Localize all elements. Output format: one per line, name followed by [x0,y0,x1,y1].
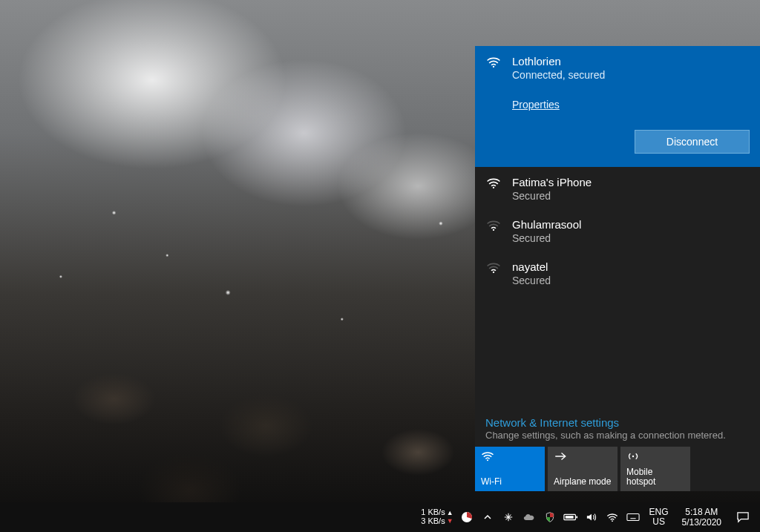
arrow-down-icon: ▼ [447,518,453,525]
arrow-up-icon: ▲ [447,510,453,516]
battery-tray-icon[interactable] [562,502,580,532]
network-status: Secured [512,190,750,202]
network-name: Lothlorien [512,55,750,68]
security-tray-icon[interactable] [541,502,559,532]
action-center-button[interactable] [730,502,756,532]
network-speed-indicator: 1 KB/s▲ 3 KB/s▼ [421,508,454,525]
wifi-icon [485,260,502,286]
wifi-icon [485,55,502,111]
svg-point-10 [612,520,613,522]
hotspot-icon [626,451,684,463]
network-item[interactable]: Fatima's iPhone Secured [475,167,760,209]
language-indicator[interactable]: ENG US [645,508,673,527]
disconnect-button[interactable]: Disconnect [635,130,750,154]
svg-point-1 [493,187,494,188]
svg-rect-8 [576,516,577,519]
svg-rect-9 [565,516,573,519]
network-status: Connected, secured [512,69,750,81]
network-status: Secured [512,232,750,244]
taskbar: 1 KB/s▲ 3 KB/s▼ [0,502,760,532]
volume-tray-icon[interactable] [583,502,600,532]
network-settings-link[interactable]: Network & Internet settings Change setti… [475,410,760,447]
settings-link-title: Network & Internet settings [485,416,750,429]
airplane-mode-toggle-tile[interactable]: Airplane mode [548,447,618,491]
keyboard-tray-icon[interactable] [624,502,642,532]
settings-link-subtitle: Change settings, such as making a connec… [485,430,750,441]
network-name: Ghulamrasool [512,218,750,231]
app-tray-icon[interactable] [499,502,517,532]
download-speed: 3 KB/s [421,517,445,526]
hotspot-toggle-tile[interactable]: Mobile hotspot [620,447,690,491]
network-flyout: Lothlorien Connected, secured Properties… [475,46,760,491]
svg-point-4 [487,459,488,461]
network-status: Secured [512,275,750,286]
properties-link[interactable]: Properties [512,99,750,111]
tray-overflow-button[interactable] [479,502,497,532]
language-secondary: US [652,517,665,527]
network-name: Fatima's iPhone [512,176,750,188]
available-networks-list: Fatima's iPhone Secured Ghulamrasool Sec… [475,167,760,410]
wifi-icon [485,176,502,202]
network-item-connected[interactable]: Lothlorien Connected, secured Properties… [475,46,760,167]
onedrive-tray-icon[interactable] [520,502,538,532]
svg-point-0 [493,66,494,68]
airplane-icon [554,451,612,463]
network-name: nayatel [512,260,750,273]
tile-label: Mobile hotspot [626,467,684,487]
data-usage-tray-icon[interactable] [458,502,476,532]
clock-date: 5/13/2020 [682,517,721,528]
taskbar-clock[interactable]: 5:18 AM 5/13/2020 [676,507,727,528]
clock-time: 5:18 AM [685,507,718,517]
wifi-tray-icon[interactable] [603,502,621,532]
tile-label: Wi-Fi [481,477,539,487]
wifi-toggle-tile[interactable]: Wi-Fi [475,447,545,491]
wifi-icon [481,451,539,463]
tile-label: Airplane mode [554,477,612,487]
svg-point-2 [493,229,494,231]
svg-point-3 [493,272,494,273]
svg-rect-11 [626,514,638,521]
wifi-icon [485,218,502,244]
svg-point-5 [632,456,634,457]
network-item[interactable]: Ghulamrasool Secured [475,209,760,252]
network-item[interactable]: nayatel Secured [475,252,760,294]
quick-toggles: Wi-Fi Airplane mode Mobile hotspot [475,447,760,491]
system-tray: 1 KB/s▲ 3 KB/s▼ [421,502,756,532]
